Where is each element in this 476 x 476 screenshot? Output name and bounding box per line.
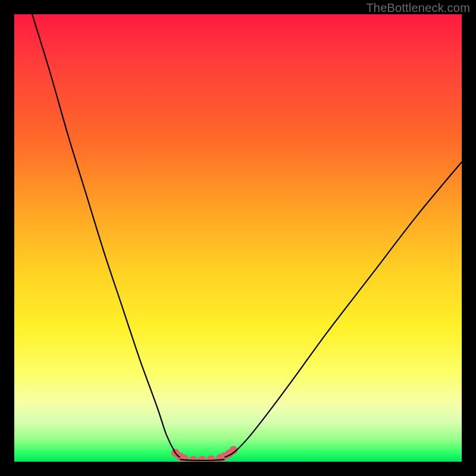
curve-right bbox=[224, 162, 462, 457]
curve-svg bbox=[14, 14, 462, 462]
curve-left bbox=[32, 14, 180, 457]
gradient-plot-area bbox=[14, 14, 462, 462]
watermark-text: TheBottleneck.com bbox=[366, 1, 470, 15]
chart-frame: TheBottleneck.com bbox=[0, 0, 476, 476]
